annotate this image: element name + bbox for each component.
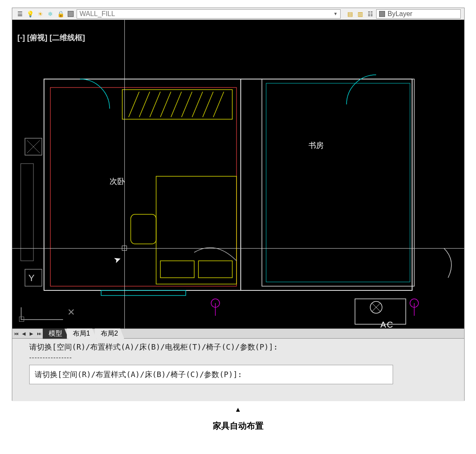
crosshair-vertical	[124, 20, 125, 328]
cad-application-window: ☰ 💡 ☀ ❄ 🔒 WALL_FILL ▼ ▤ ▥ ☷ ByLayer [-] …	[12, 8, 465, 401]
properties-icon[interactable]: ☰	[16, 10, 24, 18]
svg-line-7	[129, 92, 139, 117]
color-swatch-icon	[66, 10, 75, 18]
svg-line-12	[182, 92, 192, 117]
command-input[interactable]: 请切换[空间(R)/布置样式(A)/床(B)/椅子(C)/参数(P)]:	[29, 365, 393, 384]
pick-box	[122, 246, 127, 251]
layer-manager-icon[interactable]: ▤	[346, 10, 354, 18]
tab-model[interactable]: 模型	[43, 328, 69, 339]
svg-rect-18	[160, 261, 194, 278]
svg-line-14	[203, 92, 213, 117]
command-divider: ----------------	[29, 354, 447, 361]
svg-line-10	[160, 92, 171, 117]
svg-rect-25	[21, 164, 33, 261]
svg-rect-26	[101, 290, 186, 295]
caption-arrow-icon: ▲	[0, 406, 476, 413]
ucs-x-marker: ✕	[67, 307, 75, 318]
svg-line-8	[139, 92, 150, 117]
tab-nav-prev[interactable]: ◀	[20, 330, 28, 337]
svg-line-9	[150, 92, 160, 117]
freeze-icon[interactable]: ❄	[46, 10, 55, 18]
svg-rect-1	[50, 88, 237, 286]
layer-toolbar: ☰ 💡 ☀ ❄ 🔒 WALL_FILL ▼ ▤ ▥ ☷ ByLayer	[12, 8, 464, 20]
svg-rect-4	[266, 83, 410, 282]
floor-plan-drawing: Y	[12, 20, 464, 328]
svg-rect-0	[44, 79, 412, 290]
layout-tab-bar: ⏮ ◀ ▶ ⏭ 模型 布局1 布局2	[12, 328, 464, 339]
svg-line-13	[192, 92, 203, 117]
layer-name-label: WALL_FILL	[80, 10, 115, 18]
chevron-down-icon: ▼	[333, 11, 338, 16]
tab-nav-first[interactable]: ⏮	[12, 330, 20, 337]
svg-rect-17	[131, 214, 156, 244]
tab-nav-next[interactable]: ▶	[28, 330, 35, 337]
svg-rect-2	[50, 88, 237, 286]
ac-unit-label: AC	[380, 320, 394, 328]
svg-line-15	[213, 92, 224, 117]
svg-rect-16	[156, 176, 237, 284]
tab-layout1[interactable]: 布局1	[67, 328, 96, 339]
sun-icon[interactable]: ☀	[36, 10, 44, 18]
layer-previous-icon[interactable]: ▥	[356, 10, 364, 18]
room-label-study: 书房	[308, 140, 324, 150]
svg-text:Y: Y	[28, 273, 35, 283]
ucs-icon[interactable]	[21, 307, 63, 320]
linetype-dropdown[interactable]: ByLayer	[376, 9, 461, 19]
tab-nav-last[interactable]: ⏭	[35, 330, 43, 337]
room-label-bedroom: 次卧	[110, 176, 125, 186]
svg-rect-6	[122, 90, 232, 119]
drawing-canvas[interactable]: [-] [俯视] [二维线框]	[12, 20, 464, 328]
caption-text: 家具自动布置	[0, 420, 476, 432]
bylayer-label: ByLayer	[388, 10, 413, 18]
tab-layout2[interactable]: 布局2	[95, 328, 124, 339]
svg-rect-19	[198, 261, 232, 278]
svg-rect-3	[262, 79, 414, 286]
command-line-panel: 请切换[空间(R)/布置样式(A)/床(B)/电视柜(T)/椅子(C)/参数(P…	[12, 339, 464, 401]
svg-line-11	[171, 92, 182, 117]
command-history-line: 请切换[空间(R)/布置样式(A)/床(B)/电视柜(T)/椅子(C)/参数(P…	[29, 342, 447, 352]
crosshair-horizontal	[12, 248, 464, 249]
lock-icon[interactable]: 🔒	[56, 10, 65, 18]
lightbulb-icon[interactable]: 💡	[26, 10, 34, 18]
figure-caption: ▲ 家具自动布置	[0, 406, 476, 432]
layer-dropdown[interactable]: WALL_FILL ▼	[77, 9, 341, 19]
linetype-swatch-icon	[379, 11, 385, 17]
layer-states-icon[interactable]: ☷	[366, 10, 374, 18]
